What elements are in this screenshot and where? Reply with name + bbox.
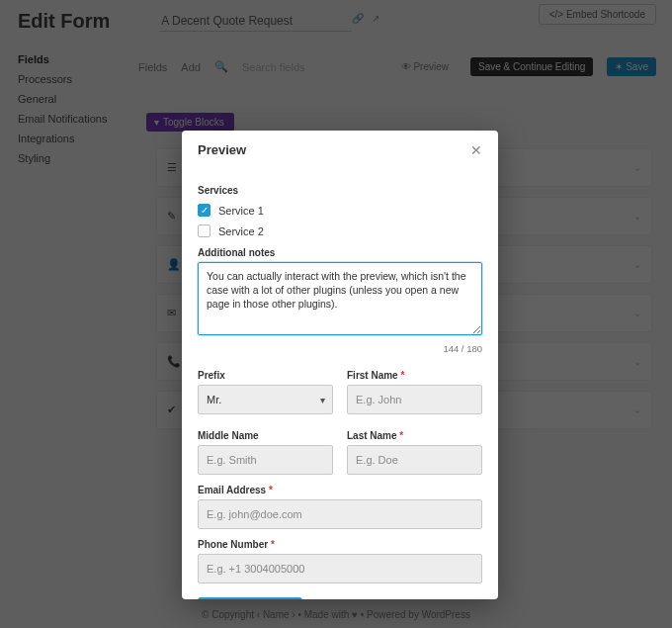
checkbox-unchecked-icon[interactable] xyxy=(198,224,210,237)
preview-modal: Preview ✕ Services ✓ Service 1 Service 2… xyxy=(182,131,498,599)
service-option-label: Service 2 xyxy=(218,225,264,237)
close-icon[interactable]: ✕ xyxy=(470,143,482,157)
email-label: Email Address * xyxy=(198,485,482,495)
phone-input[interactable] xyxy=(198,554,482,583)
request-quote-button[interactable]: Request Quote xyxy=(198,597,302,599)
notes-label: Additional notes xyxy=(198,247,482,258)
modal-header: Preview ✕ xyxy=(182,131,498,169)
modal-body: Services ✓ Service 1 Service 2 Additiona… xyxy=(182,169,498,599)
phone-label: Phone Number * xyxy=(198,539,482,550)
first-name-input[interactable] xyxy=(347,385,482,414)
additional-notes-textarea[interactable] xyxy=(198,262,482,335)
service-option-label: Service 1 xyxy=(218,205,264,217)
middle-name-label: Middle Name xyxy=(198,430,333,441)
char-counter: 144 / 180 xyxy=(198,343,482,354)
modal-title: Preview xyxy=(198,142,246,157)
first-name-label: First Name * xyxy=(347,370,482,381)
prefix-select[interactable]: Mr. xyxy=(198,385,333,414)
service-option-2[interactable]: Service 2 xyxy=(198,224,482,237)
last-name-input[interactable] xyxy=(347,445,482,475)
email-input[interactable] xyxy=(198,499,482,529)
service-option-1[interactable]: ✓ Service 1 xyxy=(198,204,482,217)
last-name-label: Last Name * xyxy=(347,430,482,441)
prefix-label: Prefix xyxy=(198,370,333,381)
checkbox-checked-icon[interactable]: ✓ xyxy=(198,204,210,217)
services-label: Services xyxy=(198,185,482,196)
middle-name-input[interactable] xyxy=(198,445,333,475)
